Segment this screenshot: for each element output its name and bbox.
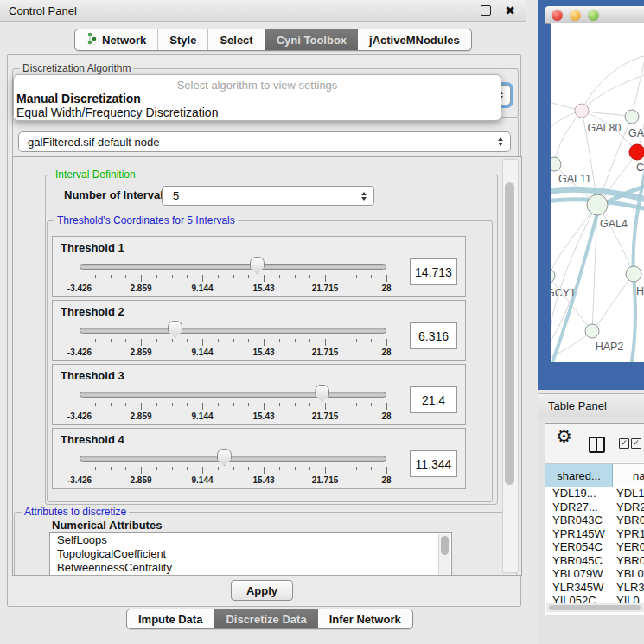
cell-shared-name[interactable]: YBR045C bbox=[545, 554, 612, 568]
cell-name[interactable]: YDR2 bbox=[612, 501, 644, 514]
threshold-value-field[interactable]: 11.344 bbox=[410, 450, 457, 477]
slider-handle[interactable] bbox=[250, 257, 265, 274]
dropdown-item-equal-width-frequency[interactable]: Equal Width/Frequency Discretization bbox=[14, 105, 501, 119]
slider-track[interactable] bbox=[80, 328, 386, 334]
threshold-value-field[interactable]: 14.713 bbox=[410, 258, 457, 285]
cell-shared-name[interactable]: YPR145W bbox=[545, 527, 612, 541]
dropdown-prompt[interactable]: Select algorithm to view settings bbox=[14, 79, 501, 92]
slider-handle[interactable] bbox=[217, 449, 232, 466]
tick-mark bbox=[341, 403, 341, 406]
slider-handle[interactable] bbox=[168, 321, 182, 338]
tick-label: -3.426 bbox=[67, 411, 92, 421]
network-node[interactable] bbox=[551, 157, 561, 171]
column-header-shared[interactable]: shared... bbox=[545, 464, 613, 487]
cell-name[interactable]: YDL1 bbox=[612, 487, 644, 501]
list-item[interactable]: BetweennessCentrality bbox=[50, 561, 451, 575]
network-node[interactable] bbox=[587, 194, 608, 215]
table-row[interactable]: YLR345WYLR3 bbox=[545, 581, 644, 595]
numerical-attributes-list[interactable]: SelfLoopsTopologicalCoefficientBetweenne… bbox=[49, 532, 452, 576]
slider-track[interactable] bbox=[80, 392, 386, 398]
table-row[interactable]: YBR043CYBR0 bbox=[545, 513, 644, 527]
gear-icon[interactable]: ⚙ bbox=[556, 426, 572, 447]
zoom-traffic-light-icon[interactable] bbox=[588, 10, 599, 21]
threshold-slider[interactable]: -3.4262.8599.14415.4321.71528 bbox=[80, 449, 386, 487]
network-node[interactable] bbox=[625, 110, 639, 124]
table-horizontal-scrollbar[interactable] bbox=[546, 603, 644, 612]
network-view-frame[interactable]: GAL80GACGAL11GAL4GCY1HHAP2 bbox=[538, 0, 644, 390]
threshold-slider[interactable]: -3.4262.8599.14415.4321.71528 bbox=[80, 321, 386, 359]
tab-impute-data[interactable]: Impute Data bbox=[127, 609, 214, 628]
threshold-value-field[interactable]: 6.316 bbox=[410, 322, 457, 349]
column-header-name[interactable]: na bbox=[613, 464, 644, 487]
tick-mark bbox=[125, 467, 126, 470]
cell-name[interactable]: YLR3 bbox=[612, 581, 644, 595]
network-node[interactable] bbox=[629, 144, 644, 160]
dropdown-item-manual-discretization[interactable]: Manual Discretization bbox=[14, 92, 501, 105]
tick-mark bbox=[341, 467, 341, 470]
network-node[interactable] bbox=[626, 266, 641, 282]
checkbox-icon[interactable]: ✓ bbox=[631, 438, 641, 449]
tab-style[interactable]: Style bbox=[157, 29, 207, 50]
tick-label: 21.715 bbox=[312, 475, 339, 485]
thresholds-group-title: Threshold's Coordinates for 5 Intervals bbox=[54, 214, 238, 226]
cell-name[interactable]: YBR0 bbox=[612, 513, 644, 527]
table-row[interactable]: YDR27...YDR2 bbox=[545, 501, 644, 514]
table-row[interactable]: YBL079WYBL0 bbox=[545, 567, 644, 581]
close-traffic-light-icon[interactable] bbox=[552, 10, 563, 21]
settings-scrollbar-thumb[interactable] bbox=[505, 182, 514, 485]
list-scrollbar-thumb[interactable] bbox=[441, 536, 449, 555]
apply-button[interactable]: Apply bbox=[231, 580, 293, 601]
tick-mark bbox=[187, 275, 188, 278]
table-row[interactable]: YBR045CYBR0 bbox=[545, 554, 644, 568]
tab-cyni-toolbox[interactable]: Cyni Toolbox bbox=[265, 29, 358, 50]
tab-select[interactable]: Select bbox=[207, 29, 264, 50]
table-data-combobox[interactable]: galFiltered.sif default node bbox=[18, 131, 511, 152]
cell-name[interactable]: YBL0 bbox=[612, 567, 644, 581]
slider-track[interactable] bbox=[80, 264, 386, 270]
threshold-slider[interactable]: -3.4262.8599.14415.4321.71528 bbox=[80, 385, 386, 423]
network-node[interactable] bbox=[585, 324, 599, 338]
list-item[interactable]: SelfLoops bbox=[50, 533, 451, 547]
checkbox-icon[interactable]: ✓ bbox=[619, 438, 629, 449]
cell-shared-name[interactable]: YDL19... bbox=[545, 487, 612, 501]
tick-mark bbox=[111, 467, 112, 470]
tab-network[interactable]: Network bbox=[75, 29, 157, 50]
cell-shared-name[interactable]: YBR043C bbox=[545, 513, 612, 527]
number-of-intervals-spinner[interactable]: 5 bbox=[162, 186, 374, 206]
table-row[interactable]: YPR145WYPR1 bbox=[545, 527, 644, 541]
network-node[interactable] bbox=[551, 269, 555, 283]
cell-name[interactable]: YER0 bbox=[612, 540, 644, 554]
tick-mark bbox=[309, 403, 310, 406]
settings-vertical-scrollbar[interactable] bbox=[502, 159, 519, 573]
tick-mark bbox=[80, 467, 80, 474]
table-hscrollbar-thumb[interactable] bbox=[549, 605, 641, 610]
cell-shared-name[interactable]: YBL079W bbox=[545, 567, 612, 581]
minimize-traffic-light-icon[interactable] bbox=[570, 10, 581, 21]
tick-label: 9.144 bbox=[191, 475, 213, 485]
tab-discretize-data[interactable]: Discretize Data bbox=[214, 609, 317, 628]
table-row[interactable]: YDL19...YDL1 bbox=[545, 487, 644, 501]
cell-shared-name[interactable]: YDR27... bbox=[545, 501, 612, 514]
tab-jactivemnodules[interactable]: jActiveMNodules bbox=[358, 29, 471, 50]
network-node[interactable] bbox=[575, 104, 589, 118]
cell-shared-name[interactable]: YLR345W bbox=[545, 581, 612, 595]
list-scrollbar[interactable] bbox=[438, 534, 450, 575]
cell-name[interactable]: YBR0 bbox=[612, 554, 644, 568]
tab-infer-network[interactable]: Infer Network bbox=[318, 609, 412, 628]
cell-name[interactable]: YPR1 bbox=[612, 527, 644, 541]
float-window-icon[interactable] bbox=[481, 5, 491, 16]
close-icon[interactable]: ✖ bbox=[505, 3, 515, 17]
tick-label: 28 bbox=[381, 411, 391, 421]
columns-icon[interactable] bbox=[589, 437, 605, 453]
network-canvas[interactable]: GAL80GACGAL11GAL4GCY1HHAP2 bbox=[551, 23, 644, 362]
list-item[interactable]: TopologicalCoefficient bbox=[50, 547, 451, 561]
tick-label: 21.715 bbox=[312, 284, 339, 293]
threshold-slider[interactable]: -3.4262.8599.14415.4321.71528 bbox=[80, 257, 386, 295]
threshold-panel: Threshold 2 -3.4262.8599.14415.4321.7152… bbox=[52, 300, 466, 361]
cell-shared-name[interactable]: YER054C bbox=[545, 540, 612, 554]
slider-track[interactable] bbox=[80, 456, 386, 462]
threshold-value-field[interactable]: 21.4 bbox=[410, 386, 457, 413]
slider-handle[interactable] bbox=[315, 385, 329, 402]
table-row[interactable]: YER054CYER0 bbox=[545, 540, 644, 554]
tick-mark bbox=[172, 467, 173, 470]
